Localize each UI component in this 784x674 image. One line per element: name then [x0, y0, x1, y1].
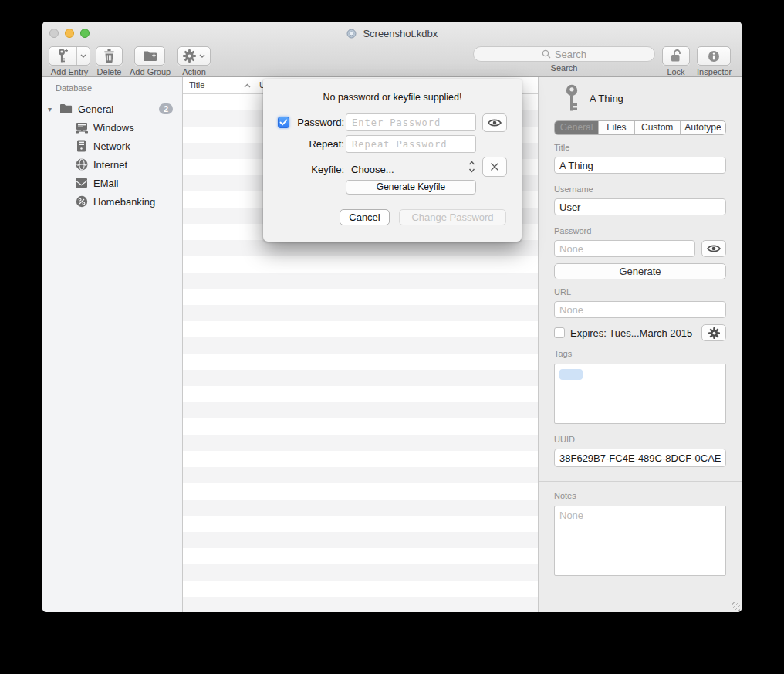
url-field[interactable]	[554, 301, 726, 318]
add-group-button[interactable]	[134, 46, 165, 66]
keyfile-popup[interactable]: Choose...	[351, 164, 394, 175]
disclosure-triangle-icon[interactable]: ▾	[48, 105, 59, 113]
search-input[interactable]: Search	[473, 46, 655, 62]
trash-icon	[103, 49, 115, 63]
dialog-message: No password or keyfile supplied!	[263, 92, 522, 103]
checkmark-icon	[279, 119, 288, 126]
change-password-button[interactable]: Change Password	[399, 209, 506, 225]
delete-label: Delete	[96, 67, 123, 76]
tab-files[interactable]: Files	[599, 121, 634, 134]
sidebar-item-homebanking[interactable]: Homebanking	[42, 192, 182, 211]
sidebar-item-general[interactable]: ▾ General 2	[42, 100, 182, 118]
uuid-field[interactable]	[554, 449, 726, 467]
inspector-entry-header: A Thing	[554, 83, 726, 113]
username-field-label: Username	[554, 185, 726, 194]
column-divider[interactable]	[255, 79, 255, 92]
expires-label: Expires: Tues...March 2015	[570, 327, 692, 339]
key-icon	[563, 84, 580, 112]
expires-row: Expires: Tues...March 2015	[554, 324, 726, 341]
lock-tool: Lock	[662, 46, 690, 76]
notes-field[interactable]	[554, 506, 726, 576]
url-field-label: URL	[554, 287, 726, 296]
window-chrome: Screenshot.kdbx Add Entry	[42, 22, 742, 77]
generate-keyfile-button[interactable]: Generate Keyfile	[346, 180, 476, 195]
envelope-icon	[74, 178, 89, 188]
entry-count-badge: 2	[159, 103, 173, 114]
tab-general[interactable]: General	[555, 121, 599, 134]
x-icon	[490, 162, 499, 171]
resize-grip[interactable]	[732, 602, 740, 611]
window-title: Screenshot.kdbx	[42, 28, 742, 39]
title-field[interactable]	[554, 157, 726, 174]
windows-network-icon	[74, 122, 89, 134]
search-label: Search	[473, 63, 655, 73]
username-field[interactable]	[554, 198, 726, 215]
inspector-button[interactable]	[697, 46, 731, 66]
tag-token[interactable]	[559, 369, 583, 380]
lock-button[interactable]	[662, 46, 690, 66]
gear-icon	[708, 327, 720, 339]
column-header-title[interactable]: Title	[189, 80, 204, 90]
sidebar-item-windows[interactable]: Windows	[42, 118, 182, 137]
magnifier-icon	[542, 49, 551, 59]
tab-custom[interactable]: Custom	[635, 121, 681, 134]
divider	[539, 481, 742, 482]
eye-icon	[707, 244, 721, 253]
sidebar-header-database: Database	[56, 83, 182, 93]
change-password-dialog: No password or keyfile supplied! Passwor…	[263, 79, 522, 242]
add-entry-dropdown[interactable]	[76, 47, 90, 65]
clear-keyfile-button[interactable]	[482, 157, 507, 177]
app-window: Screenshot.kdbx Add Entry	[42, 22, 742, 612]
expires-settings-button[interactable]	[701, 324, 726, 341]
add-group-label: Add Group	[130, 67, 170, 76]
delete-tool: Delete	[96, 46, 123, 76]
window-title-text: Screenshot.kdbx	[363, 28, 438, 39]
sidebar-item-network[interactable]: Network	[42, 137, 182, 155]
action-label: Action	[177, 67, 211, 76]
title-field-label: Title	[554, 143, 726, 152]
delete-button[interactable]	[96, 46, 123, 66]
globe-icon	[74, 158, 89, 171]
sidebar-item-label: EMail	[93, 178, 119, 189]
sidebar-item-label: Homebanking	[93, 196, 155, 208]
sidebar-item-email[interactable]: EMail	[42, 174, 182, 192]
gear-icon	[183, 49, 196, 63]
notes-field-label: Notes	[554, 491, 726, 500]
up-down-chevrons-icon[interactable]	[468, 161, 475, 173]
divider	[539, 584, 742, 584]
folder-icon	[59, 103, 73, 114]
cancel-button[interactable]: Cancel	[340, 209, 390, 225]
inspector-entry-title: A Thing	[590, 93, 623, 104]
tags-field-label: Tags	[554, 349, 726, 358]
inspector-label: Inspector	[697, 67, 731, 76]
sort-ascending-icon	[244, 83, 251, 88]
chevron-down-icon	[199, 54, 205, 58]
reveal-password-button[interactable]	[701, 240, 726, 257]
expires-checkbox[interactable]	[554, 327, 565, 338]
action-button[interactable]	[177, 46, 211, 66]
generate-password-button[interactable]: Generate	[554, 263, 726, 279]
percent-icon	[74, 195, 89, 208]
folder-plus-icon	[143, 50, 157, 62]
password-enabled-checkbox[interactable]	[278, 117, 289, 128]
lock-label: Lock	[662, 67, 690, 76]
tab-autotype[interactable]: Autotype	[681, 121, 725, 134]
eye-icon	[488, 118, 502, 127]
search-tool: Search Search	[473, 46, 655, 73]
info-icon	[708, 50, 720, 63]
key-plus-icon[interactable]	[49, 47, 76, 65]
tags-box[interactable]	[554, 364, 726, 424]
toolbar: Add Entry Delete Add Group	[42, 45, 742, 77]
dialog-repeat-label: Repeat:	[289, 138, 344, 150]
password-field-label: Password	[554, 226, 726, 235]
dialog-repeat-input[interactable]	[346, 135, 476, 153]
dialog-reveal-password-button[interactable]	[482, 113, 507, 132]
inspector-tabs: General Files Custom Autotype	[554, 120, 726, 135]
password-field[interactable]	[554, 240, 695, 257]
action-tool: Action	[177, 46, 211, 76]
dialog-password-input[interactable]	[346, 113, 476, 131]
dialog-keyfile-label: Keyfile:	[294, 164, 344, 175]
add-entry-button[interactable]	[49, 46, 90, 66]
sidebar-item-internet[interactable]: Internet	[42, 155, 182, 174]
sidebar-item-label: Internet	[93, 159, 127, 171]
